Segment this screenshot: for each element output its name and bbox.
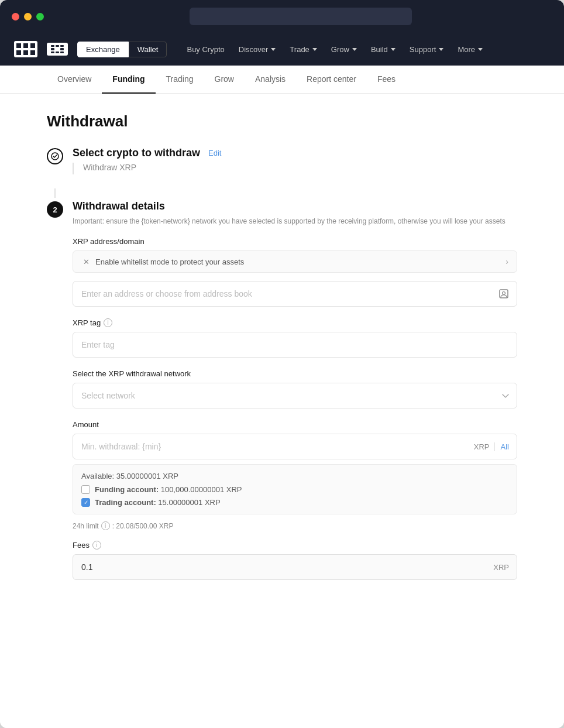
step2-icon: 2 bbox=[47, 201, 63, 218]
address-book-icon[interactable] bbox=[497, 287, 510, 300]
amount-field-wrap: XRP All bbox=[73, 434, 517, 459]
top-navigation: Exchange Wallet Buy Crypto Discover Trad… bbox=[0, 33, 564, 66]
step2-content: Withdrawal details Important: ensure the… bbox=[73, 200, 517, 580]
amount-suffix: XRP All bbox=[474, 434, 517, 459]
subnav-overview[interactable]: Overview bbox=[47, 66, 102, 94]
topnav-trade[interactable]: Trade bbox=[284, 42, 322, 57]
subnav-trading[interactable]: Trading bbox=[156, 66, 204, 94]
xrp-tag-info-icon[interactable]: i bbox=[104, 318, 112, 327]
topnav-more[interactable]: More bbox=[452, 42, 489, 57]
fees-currency-label: XRP bbox=[493, 563, 509, 572]
svg-rect-2 bbox=[30, 43, 35, 48]
step1-header: Select crypto to withdraw Edit bbox=[73, 147, 517, 159]
main-content: Withdrawal Select crypto to withdraw Edi… bbox=[0, 94, 564, 728]
grow-chevron-icon bbox=[352, 48, 357, 51]
discover-chevron-icon bbox=[271, 48, 276, 51]
step2-header: Withdrawal details bbox=[73, 200, 517, 212]
svg-rect-0 bbox=[16, 43, 21, 48]
trading-account-row: Trading account: 15.00000001 XRP bbox=[81, 498, 508, 507]
trade-chevron-icon bbox=[312, 48, 317, 51]
fees-label: Fees i bbox=[73, 541, 517, 550]
maximize-dot[interactable] bbox=[36, 13, 44, 20]
xrp-tag-label: XRP tag i bbox=[73, 318, 517, 327]
svg-rect-5 bbox=[30, 50, 35, 55]
address-input[interactable] bbox=[73, 281, 517, 307]
trading-account-label: Trading account: 15.00000001 XRP bbox=[95, 498, 221, 507]
subnav-analysis[interactable]: Analysis bbox=[245, 66, 296, 94]
funding-account-row: Funding account: 100,000.00000001 XRP bbox=[81, 485, 508, 494]
amount-label: Amount bbox=[73, 420, 517, 429]
exchange-wallet-toggle: Exchange Wallet bbox=[77, 42, 167, 57]
limit-info-icon[interactable]: i bbox=[101, 521, 110, 530]
app-window: Exchange Wallet Buy Crypto Discover Trad… bbox=[0, 0, 564, 728]
step1-row: Select crypto to withdraw Edit Withdraw … bbox=[47, 147, 517, 174]
address-input-wrap bbox=[73, 281, 517, 307]
fees-section: Fees i XRP bbox=[73, 541, 517, 580]
titlebar bbox=[0, 0, 564, 33]
page-title: Withdrawal bbox=[47, 112, 517, 131]
network-select-wrap: Select network bbox=[73, 383, 517, 408]
whitelist-banner[interactable]: ✕ Enable whitelist mode to protect your … bbox=[73, 250, 517, 273]
step1-sub-label: Withdraw XRP bbox=[83, 163, 136, 172]
amount-input[interactable] bbox=[73, 434, 517, 459]
subnav-fees[interactable]: Fees bbox=[367, 66, 406, 94]
okx-logo bbox=[14, 41, 37, 57]
amount-all-button[interactable]: All bbox=[495, 442, 515, 451]
x-icon: ✕ bbox=[81, 257, 91, 266]
whitelist-chevron-icon: › bbox=[505, 257, 508, 266]
funding-account-label: Funding account: 100,000.00000001 XRP bbox=[95, 485, 242, 494]
topnav-build[interactable]: Build bbox=[365, 42, 401, 57]
subnav-grow[interactable]: Grow bbox=[204, 66, 245, 94]
topnav-buy-crypto[interactable]: Buy Crypto bbox=[181, 42, 230, 57]
svg-point-8 bbox=[503, 292, 505, 295]
url-bar[interactable] bbox=[190, 8, 412, 25]
fees-input-wrap: XRP bbox=[73, 554, 517, 580]
exchange-toggle-btn[interactable]: Exchange bbox=[77, 42, 129, 57]
close-dot[interactable] bbox=[12, 13, 19, 20]
subnav-funding[interactable]: Funding bbox=[102, 66, 155, 94]
step1-edit-link[interactable]: Edit bbox=[208, 149, 221, 157]
network-label: Select the XRP withdrawal network bbox=[73, 369, 517, 378]
xrp-tag-input-wrap bbox=[73, 332, 517, 358]
topnav-grow[interactable]: Grow bbox=[325, 42, 363, 57]
fees-info-icon[interactable]: i bbox=[92, 541, 101, 550]
funding-account-checkbox[interactable] bbox=[81, 485, 90, 494]
step1-title: Select crypto to withdraw bbox=[73, 147, 200, 159]
more-chevron-icon bbox=[478, 48, 483, 51]
topnav-support[interactable]: Support bbox=[404, 42, 450, 57]
withdrawal-warning-text: Important: ensure the {token-network} ne… bbox=[73, 216, 517, 226]
available-box: Available: 35.00000001 XRP Funding accou… bbox=[73, 464, 517, 514]
step2-title: Withdrawal details bbox=[73, 200, 165, 212]
svg-rect-1 bbox=[23, 43, 28, 48]
topnav-links: Buy Crypto Discover Trade Grow Build Sup… bbox=[181, 42, 550, 57]
build-chevron-icon bbox=[391, 48, 396, 51]
network-select[interactable]: Select network bbox=[73, 383, 517, 408]
step1-content: Select crypto to withdraw Edit Withdraw … bbox=[73, 147, 517, 174]
topnav-discover[interactable]: Discover bbox=[233, 42, 282, 57]
xrp-tag-input[interactable] bbox=[73, 332, 517, 358]
svg-rect-4 bbox=[23, 50, 28, 55]
support-chevron-icon bbox=[439, 48, 443, 51]
step1-icon bbox=[47, 148, 63, 164]
limit-row: 24h limit i : 20.08/500.00 XRP bbox=[73, 521, 517, 530]
sub-navigation: Overview Funding Trading Grow Analysis R… bbox=[0, 66, 564, 94]
subnav-report-center[interactable]: Report center bbox=[296, 66, 367, 94]
wallet-toggle-btn[interactable]: Wallet bbox=[129, 42, 167, 57]
whitelist-banner-text: Enable whitelist mode to protect your as… bbox=[95, 257, 244, 266]
trading-account-checkbox[interactable] bbox=[81, 498, 90, 507]
available-row: Available: 35.00000001 XRP bbox=[81, 472, 508, 480]
whitelist-banner-left: ✕ Enable whitelist mode to protect your … bbox=[81, 257, 244, 266]
fees-input[interactable] bbox=[73, 554, 517, 580]
xrp-address-label: XRP address/domain bbox=[73, 237, 517, 246]
svg-rect-3 bbox=[16, 50, 21, 55]
minimize-dot[interactable] bbox=[24, 13, 32, 20]
step2-row: 2 Withdrawal details Important: ensure t… bbox=[47, 200, 517, 580]
amount-currency-label: XRP bbox=[474, 442, 495, 451]
